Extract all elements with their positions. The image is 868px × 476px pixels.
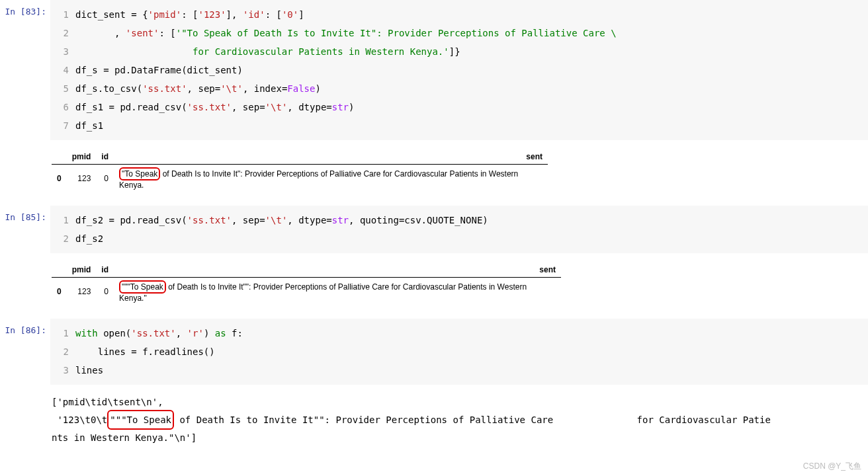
sent-value: "To Speak of Death Is to Invite It": Pro… [114, 165, 548, 193]
highlight-box-1: "To Speak [119, 167, 160, 180]
output-83: pmid id sent 0 123 0 "To Speak of Death … [46, 143, 868, 206]
dataframe-output-1: pmid id sent 0 123 0 "To Speak of Death … [52, 149, 548, 192]
col-pmid: pmid [67, 149, 97, 165]
cell-83: In [83]: 1dict_sent = {'pmid': ['123'], … [0, 0, 868, 143]
output-86: ['pmid\tid\tsent\n', '123\t0\t"""To Spea… [46, 387, 868, 459]
id-value: 0 [96, 165, 114, 193]
cell-85: In [85]: 1df_s2 = pd.read_csv('ss.txt', … [0, 206, 868, 256]
col-sent: sent [114, 262, 561, 278]
dataframe-output-2: pmid id sent 0 123 0 """To Speak of Deat… [52, 262, 561, 305]
row-index: 0 [52, 165, 67, 193]
col-id: id [96, 262, 114, 278]
prompt-83: In [83]: [0, 0, 50, 143]
code-input-85[interactable]: 1df_s2 = pd.read_csv('ss.txt', sep='\t',… [50, 206, 868, 253]
row-index: 0 [52, 278, 67, 306]
code-input-83[interactable]: 1dict_sent = {'pmid': ['123'], 'id': ['0… [50, 0, 868, 140]
id-value: 0 [96, 278, 114, 306]
output-85: pmid id sent 0 123 0 """To Speak of Deat… [46, 256, 868, 319]
code-input-86[interactable]: 1with open('ss.txt', 'r') as f: 2 lines … [50, 319, 868, 385]
pmid-value: 123 [67, 165, 97, 193]
cell-86: In [86]: 1with open('ss.txt', 'r') as f:… [0, 319, 868, 387]
pmid-value: 123 [67, 278, 97, 306]
col-id: id [96, 149, 114, 165]
col-pmid: pmid [67, 262, 97, 278]
highlight-box-2: """To Speak [119, 280, 166, 294]
prompt-85: In [85]: [0, 206, 50, 256]
prompt-86: In [86]: [0, 319, 50, 387]
sent-value: """To Speak of Death Is to Invite It"": … [114, 278, 561, 306]
col-sent: sent [114, 149, 548, 165]
highlight-box-3: """To Speak [107, 410, 174, 430]
